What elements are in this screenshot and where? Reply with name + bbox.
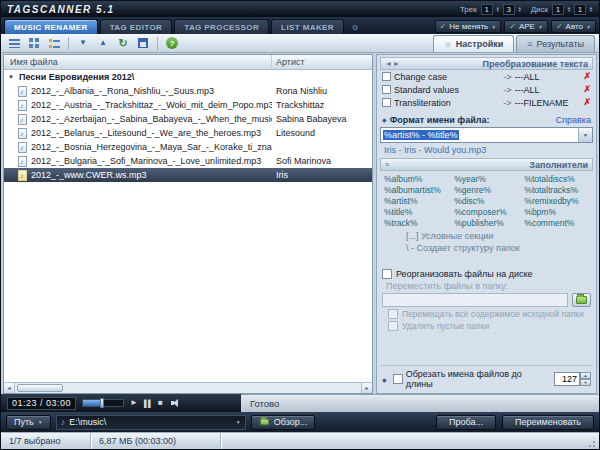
collapse-arrows-icon[interactable]: ◄►: [385, 60, 401, 67]
main-tab[interactable]: Music Renamer: [4, 19, 98, 34]
options-gear-button[interactable]: ☼: [346, 19, 364, 34]
track-total-field[interactable]: 3: [503, 4, 515, 15]
track-spinner-arrows-icon[interactable]: ▲▼: [496, 6, 500, 13]
file-row[interactable]: 2012_-_Bosnia_Herzegovina_-_Maya_Sar_-_K…: [4, 140, 372, 154]
column-header-filename[interactable]: Имя файла: [4, 55, 272, 69]
placeholder-item[interactable]: %publisher%: [454, 218, 524, 228]
folder-row[interactable]: ▼ Песни Евровидения 2012\: [4, 70, 372, 84]
transform-rule-label: Transliteration: [394, 98, 500, 108]
scroll-right-icon[interactable]: ►: [361, 383, 372, 393]
placeholder-item[interactable]: %artist%: [384, 196, 454, 206]
main-tab[interactable]: List Maker: [271, 19, 344, 34]
combo-dropdown-button[interactable]: ▼: [578, 128, 592, 142]
filename-format-combo[interactable]: %artist% - %title% ▼: [380, 127, 593, 143]
action-buttons: Проба... Переименовать: [436, 415, 594, 430]
help-button[interactable]: ?: [163, 35, 181, 51]
transform-rule-row[interactable]: Transliteration -> ---FILENAME ✗: [380, 96, 593, 109]
disc-total-spinner-arrows-icon[interactable]: ▲▼: [589, 6, 593, 13]
placeholder-item[interactable]: %totaldiscs%: [524, 174, 591, 184]
placeholder-item[interactable]: %albumartist%: [384, 185, 454, 195]
scrollbar-thumb[interactable]: [17, 384, 63, 392]
quick-option-combo[interactable]: ✓ АРЕ ▼: [504, 20, 548, 33]
spin-down-icon[interactable]: ▼: [580, 379, 591, 386]
move-all-checkbox[interactable]: [388, 309, 398, 319]
file-row[interactable]: 2012_-_Albania_-_Rona_Nishliu_-_Suus.mp3…: [4, 84, 372, 98]
placeholder-item[interactable]: %track%: [384, 218, 454, 228]
move-up-button[interactable]: ▲: [94, 35, 112, 51]
placeholder-item[interactable]: %disc%: [454, 196, 524, 206]
pause-button[interactable]: ▌▌: [144, 400, 152, 407]
chevron-down-icon[interactable]: ▼: [236, 419, 241, 425]
placeholder-item[interactable]: %bpm%: [524, 207, 591, 217]
move-folder-input[interactable]: [382, 293, 568, 307]
red-cross-icon[interactable]: ✗: [583, 85, 591, 94]
toolbar: ▼ ▲ ↻ ? ☼ Настройки ≡ Результаты: [1, 34, 599, 53]
path-mode-button[interactable]: Путь ▼: [6, 415, 51, 430]
seek-thumb[interactable]: [100, 398, 104, 408]
trim-value[interactable]: 127: [554, 372, 580, 386]
track-number-field[interactable]: 1: [481, 4, 493, 15]
size-info-cell: 6,87 МБ (00:03:00): [91, 433, 221, 449]
path-input[interactable]: ♪ E:\music\ ▼: [56, 415, 246, 430]
file-row[interactable]: 2012_-_www.CWER.ws.mp3 Iris: [4, 168, 372, 182]
horizontal-scrollbar[interactable]: ◄ ►: [4, 382, 372, 393]
spin-up-icon[interactable]: ▲: [580, 372, 591, 379]
file-row[interactable]: 2012_-_Bulgaria_-_Sofi_Marinova_-_Love_u…: [4, 154, 372, 168]
stop-button[interactable]: ■: [158, 399, 163, 407]
placeholder-item[interactable]: %album%: [384, 174, 454, 184]
expand-triangle-icon[interactable]: ▼: [8, 74, 14, 80]
placeholder-item[interactable]: %genre%: [454, 185, 524, 195]
file-row[interactable]: 2012_-_Austria_-_Trackshittaz_-_Woki_mit…: [4, 98, 372, 112]
main-tab[interactable]: Tag Editor: [100, 19, 173, 34]
delete-empty-checkbox[interactable]: [388, 321, 398, 331]
time-display: 01:23 / 03:00: [7, 397, 76, 410]
disc-number-field[interactable]: 1: [552, 4, 564, 15]
transform-rule-row[interactable]: Standard values -> ---ALL ✗: [380, 83, 593, 96]
placeholder-item[interactable]: %remixedby%: [524, 196, 591, 206]
panel-tab[interactable]: ≡ Результаты: [516, 35, 595, 52]
trim-length-spinner[interactable]: 127 ▲ ▼: [554, 372, 591, 386]
column-header-artist[interactable]: Артист: [272, 55, 372, 69]
trim-checkbox[interactable]: [393, 374, 403, 384]
transform-rule-checkbox[interactable]: [382, 98, 391, 107]
grid-view-button[interactable]: [25, 35, 43, 51]
main-tab[interactable]: Tag Processor: [174, 19, 269, 34]
move-down-button[interactable]: ▼: [74, 35, 92, 51]
browse-button[interactable]: Обзор...: [251, 415, 316, 430]
list-view-button[interactable]: [5, 35, 23, 51]
seek-slider[interactable]: [82, 399, 124, 407]
preview-button[interactable]: Проба...: [436, 415, 496, 430]
scroll-left-icon[interactable]: ◄: [4, 383, 15, 393]
red-cross-icon[interactable]: ✗: [583, 72, 591, 81]
placeholder-item[interactable]: %composer%: [454, 207, 524, 217]
details-view-icon: [49, 39, 60, 48]
quick-option-combo[interactable]: ✓ Не менять ▼: [435, 20, 502, 33]
red-cross-icon[interactable]: ✗: [583, 98, 591, 107]
transform-rule-label: Change case: [394, 72, 500, 82]
save-button[interactable]: [134, 35, 152, 51]
resize-grip[interactable]: [584, 436, 597, 449]
disc-total-field[interactable]: 1: [574, 4, 586, 15]
refresh-button[interactable]: ↻: [114, 35, 132, 51]
placeholder-item[interactable]: %totaltracks%: [524, 185, 591, 195]
placeholder-item[interactable]: %title%: [384, 207, 454, 217]
file-row[interactable]: 2012_-_Belarus_-_Litesound_-_We_are_the_…: [4, 126, 372, 140]
placeholder-item[interactable]: %year%: [454, 174, 524, 184]
rename-button[interactable]: Переименовать: [502, 415, 594, 430]
panel-tab[interactable]: ☼ Настройки: [433, 35, 515, 52]
transform-rule-checkbox[interactable]: [382, 85, 391, 94]
file-row[interactable]: 2012_-_Azerbaijan_-_Sabina_Babayeva_-_Wh…: [4, 112, 372, 126]
details-view-button[interactable]: [45, 35, 63, 51]
reorganize-checkbox[interactable]: [382, 269, 392, 279]
transform-rule-row[interactable]: Change case -> ---ALL ✗: [380, 70, 593, 83]
placeholder-item[interactable]: %comment%: [524, 218, 591, 228]
transform-section-header: ◄► Преобразование текста: [380, 57, 593, 70]
browse-folder-button[interactable]: [572, 293, 591, 307]
help-link[interactable]: Справка: [556, 115, 591, 125]
transform-rule-checkbox[interactable]: [382, 72, 391, 81]
disc-spinner-arrows-icon[interactable]: ▲▼: [567, 6, 571, 13]
play-button[interactable]: ►: [130, 399, 138, 407]
track-total-spinner-arrows-icon[interactable]: ▲▼: [518, 6, 522, 13]
volume-icon[interactable]: [171, 399, 182, 408]
quick-option-combo[interactable]: ✓ Авто ▼: [551, 20, 596, 33]
